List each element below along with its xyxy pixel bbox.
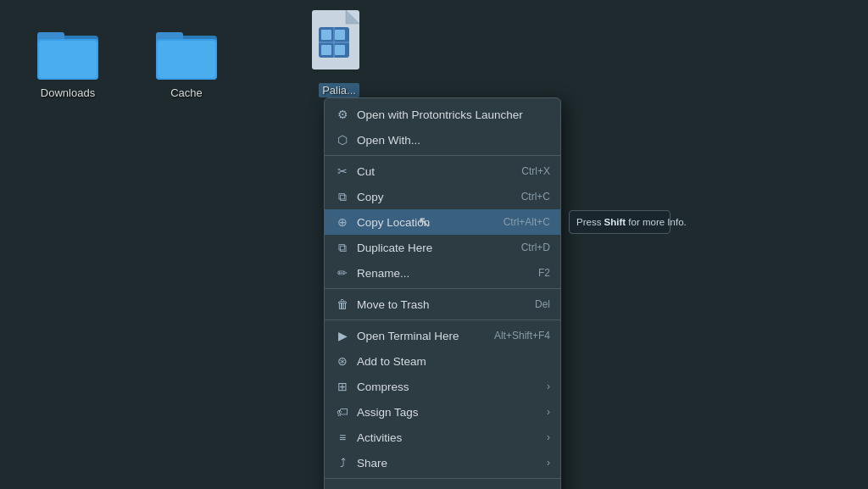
menu-item-rename[interactable]: ✏ Rename... F2 — [325, 260, 560, 286]
menu-item-activities[interactable]: ≡ Activities › — [325, 425, 560, 450]
open-with-icon: ⬡ — [335, 132, 350, 147]
menu-label-cut: Cut — [357, 165, 515, 178]
cut-shortcut: Ctrl+X — [521, 165, 550, 177]
folder-downloads[interactable]: Downloads — [34, 25, 102, 99]
menu-label-duplicate: Duplicate Here — [357, 242, 515, 254]
svg-rect-14 — [321, 30, 331, 40]
duplicate-shortcut: Ctrl+D — [521, 242, 550, 253]
file-palia-label: Palia... — [319, 83, 359, 97]
file-palia[interactable]: Palia... — [305, 8, 373, 97]
file-palia-icon — [309, 8, 370, 76]
folder-downloads-icon — [37, 25, 98, 80]
svg-rect-16 — [321, 45, 331, 55]
menu-item-terminal[interactable]: ▶ Open Terminal Here Alt+Shift+F4 — [325, 323, 560, 348]
folder-cache-icon — [156, 25, 217, 80]
trash-shortcut: Del — [535, 298, 550, 310]
menu-label-open-with: Open With... — [357, 134, 550, 147]
menu-label-rename: Rename... — [357, 267, 531, 280]
folder-downloads-label: Downloads — [41, 86, 95, 99]
folder-cache-label: Cache — [170, 86, 203, 99]
steam-icon: ⊛ — [335, 353, 350, 369]
terminal-shortcut: Alt+Shift+F4 — [494, 330, 550, 342]
menu-item-assign-tags[interactable]: 🏷 Assign Tags › — [325, 399, 560, 425]
svg-rect-15 — [335, 30, 345, 40]
trash-icon: 🗑 — [335, 297, 350, 312]
assign-tags-arrow: › — [547, 406, 550, 418]
svg-rect-3 — [39, 41, 97, 78]
compress-icon: ⊞ — [335, 379, 350, 394]
separator-3 — [325, 320, 560, 320]
menu-item-trash[interactable]: 🗑 Move to Trash Del — [325, 292, 560, 317]
svg-rect-7 — [158, 41, 215, 78]
menu-item-open-protontricks[interactable]: ⚙ Open with Protontricks Launcher — [325, 102, 560, 127]
share-arrow: › — [547, 457, 550, 469]
menu-label-copy-location: Copy Location — [357, 216, 497, 229]
menu-item-cut[interactable]: ✂ Cut Ctrl+X — [325, 158, 560, 184]
copy-location-shortcut: Ctrl+Alt+C — [504, 216, 550, 228]
menu-item-copy-location[interactable]: ⊕ Copy Location Ctrl+Alt+C ↖ Press Shift… — [325, 209, 560, 235]
menu-label-share: Share — [357, 457, 537, 470]
separator-1 — [325, 155, 560, 156]
menu-label-add-steam: Add to Steam — [357, 355, 550, 368]
copy-location-tooltip: Press Shift for more Info. — [569, 210, 670, 234]
copy-icon: ⧉ — [335, 189, 350, 204]
protontricks-icon: ⚙ — [335, 107, 350, 122]
duplicate-icon: ⧉ — [335, 240, 350, 255]
context-menu: ⚙ Open with Protontricks Launcher ⬡ Open… — [324, 97, 561, 489]
activities-icon: ≡ — [335, 430, 350, 445]
copy-shortcut: Ctrl+C — [521, 191, 550, 203]
svg-rect-17 — [335, 45, 345, 55]
menu-label-terminal: Open Terminal Here — [357, 330, 487, 342]
menu-item-copy[interactable]: ⧉ Copy Ctrl+C — [325, 184, 560, 209]
compress-arrow: › — [547, 381, 550, 392]
menu-label-open-protontricks: Open with Protontricks Launcher — [357, 108, 550, 121]
menu-item-compress[interactable]: ⊞ Compress › — [325, 374, 560, 399]
tags-icon: 🏷 — [335, 404, 350, 420]
desktop: Downloads Cache — [0, 0, 868, 489]
tooltip-text: Press Shift for more Info. — [576, 217, 687, 227]
copy-location-icon: ⊕ — [335, 214, 350, 230]
menu-label-compress: Compress — [357, 381, 537, 393]
menu-item-open-with[interactable]: ⬡ Open With... — [325, 127, 560, 153]
rename-shortcut: F2 — [538, 267, 550, 279]
menu-label-trash: Move to Trash — [357, 298, 528, 311]
menu-item-properties[interactable]: ℹ Properties Alt+Return — [325, 481, 560, 489]
menu-item-duplicate[interactable]: ⧉ Duplicate Here Ctrl+D — [325, 235, 560, 260]
separator-2 — [325, 288, 560, 289]
share-icon: ⤴ — [335, 455, 350, 470]
cut-icon: ✂ — [335, 164, 350, 179]
activities-arrow: › — [547, 431, 550, 443]
menu-item-share[interactable]: ⤴ Share › — [325, 450, 560, 475]
menu-label-copy: Copy — [357, 191, 515, 203]
menu-label-assign-tags: Assign Tags — [357, 406, 537, 419]
separator-4 — [325, 478, 560, 479]
menu-item-add-steam[interactable]: ⊛ Add to Steam — [325, 348, 560, 374]
folder-cache[interactable]: Cache — [153, 25, 220, 99]
rename-icon: ✏ — [335, 265, 350, 281]
terminal-icon: ▶ — [335, 328, 350, 343]
menu-label-activities: Activities — [357, 431, 537, 444]
folder-container: Downloads Cache — [0, 0, 254, 125]
